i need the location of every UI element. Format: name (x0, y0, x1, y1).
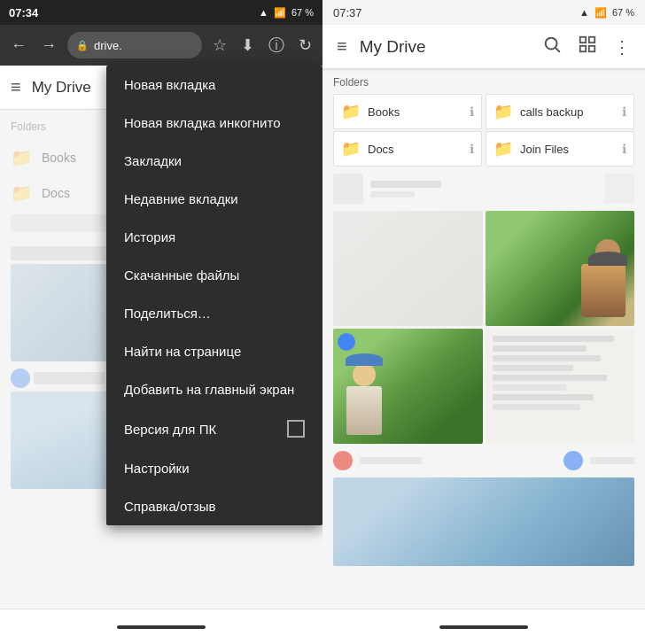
folder-name-joinfiles: Join Files (520, 143, 615, 156)
time-left: 07:34 (9, 6, 38, 19)
url-bar[interactable]: 🔒 drive. (67, 32, 202, 58)
svg-rect-4 (580, 46, 586, 51)
svg-rect-3 (589, 37, 594, 43)
status-icons-left: ▲ 📶 67 % (259, 7, 314, 19)
desktop-checkbox[interactable] (287, 420, 305, 438)
file-row-blurred (322, 170, 645, 207)
menu-item-new-tab[interactable]: Новая вкладка (106, 66, 322, 104)
folders-grid: 📁 Books ℹ 📁 calls backup ℹ 📁 Docs ℹ (333, 94, 634, 167)
folder-icon-books: 📁 (11, 147, 33, 168)
more-icon-right[interactable]: ⋮ (610, 33, 634, 61)
wifi-icon-right: 📶 (594, 7, 607, 19)
last-photo-area (322, 474, 645, 570)
folder-row-1: 📁 Books ℹ 📁 calls backup ℹ (333, 94, 634, 129)
search-icon-right[interactable] (539, 31, 565, 62)
bottom-bar-right (322, 609, 645, 644)
menu-item-bookmarks[interactable]: Закладки (106, 142, 322, 180)
menu-item-add-home[interactable]: Добавить на главный экран (106, 370, 322, 408)
folder-icon-calls: 📁 (493, 102, 513, 121)
folder-icon-docs: 📁 (11, 182, 33, 204)
battery-right: 67 % (612, 7, 634, 18)
folder-icon-joinfiles: 📁 (493, 139, 513, 159)
signal-icon-right: ▲ (579, 7, 589, 18)
photo-top-left (333, 211, 483, 326)
folder-name-calls: calls backup (520, 105, 615, 119)
svg-line-1 (556, 48, 559, 51)
folder-info-docs[interactable]: ℹ (470, 142, 474, 156)
folder-row-2: 📁 Docs ℹ 📁 Join Files ℹ (333, 131, 634, 167)
menu-item-recent-tabs[interactable]: Недавние вкладки (106, 180, 322, 218)
time-right: 07:37 (333, 6, 362, 19)
folder-name-docs: Docs (42, 186, 70, 200)
drive-title-right: My Drive (360, 37, 530, 57)
star-button[interactable]: ☆ (209, 34, 230, 57)
signal-icon-left: ▲ (259, 7, 268, 18)
home-indicator-left (117, 625, 206, 629)
menu-item-find[interactable]: Найти на странице (106, 332, 322, 370)
download-button[interactable]: ⬇ (237, 34, 258, 57)
hamburger-icon-right[interactable]: ≡ (333, 33, 351, 60)
right-panel: 07:37 ▲ 📶 67 % ≡ My Drive ⋮ Folders (322, 0, 645, 644)
status-bar-right: 07:37 ▲ 📶 67 % (322, 0, 645, 25)
folder-name-docs-right: Docs (368, 143, 462, 156)
folder-icon-docs-right: 📁 (341, 139, 361, 159)
drive-content-right: Folders 📁 Books ℹ 📁 calls backup ℹ (322, 69, 645, 609)
forward-button[interactable]: → (37, 34, 60, 57)
menu-item-help[interactable]: Справка/отзыв (106, 487, 322, 525)
home-indicator-right (439, 625, 528, 629)
folder-name-books: Books (42, 151, 76, 165)
folder-info-books[interactable]: ℹ (470, 105, 474, 119)
folder-name-books-right: Books (368, 105, 462, 119)
folders-heading-right: Folders (333, 76, 634, 89)
wifi-icon-left: 📶 (274, 7, 286, 19)
hamburger-icon-left[interactable]: ≡ (11, 77, 21, 97)
status-bar-left: 07:34 ▲ 📶 67 % (0, 0, 322, 25)
folder-info-calls[interactable]: ℹ (622, 105, 626, 119)
menu-item-settings[interactable]: Настройки (106, 449, 322, 487)
lock-icon: 🔒 (76, 40, 89, 51)
info-button[interactable]: ⓘ (265, 34, 288, 57)
folder-card-calls[interactable]: 📁 calls backup ℹ (486, 94, 634, 129)
menu-item-share[interactable]: Поделиться… (106, 294, 322, 332)
menu-item-downloads[interactable]: Скачанные файлы (106, 256, 322, 294)
status-row-right (322, 447, 645, 474)
url-text: drive. (94, 39, 122, 52)
folders-section-right: Folders 📁 Books ℹ 📁 calls backup ℹ (322, 69, 645, 170)
folder-card-joinfiles[interactable]: 📁 Join Files ℹ (486, 131, 634, 167)
folder-card-books[interactable]: 📁 Books ℹ (333, 94, 482, 129)
menu-item-history[interactable]: История (106, 218, 322, 256)
menu-item-desktop[interactable]: Версия для ПК (106, 408, 322, 449)
refresh-button[interactable]: ↻ (295, 34, 315, 57)
svg-rect-5 (589, 46, 594, 51)
battery-left: 67 % (291, 7, 314, 18)
status-icons-right: ▲ 📶 67 % (579, 7, 634, 19)
photo-top-right (486, 211, 635, 326)
svg-rect-2 (580, 37, 586, 43)
context-menu: Новая вкладка Новая вкладка инкогнито За… (106, 66, 322, 525)
folder-info-joinfiles[interactable]: ℹ (622, 142, 626, 156)
menu-item-incognito[interactable]: Новая вкладка инкогнито (106, 104, 322, 142)
bottom-bar-left (0, 609, 322, 644)
photo-grid-right (322, 207, 645, 447)
folder-icon-books-right: 📁 (341, 102, 361, 121)
browser-bar: ← → 🔒 drive. ☆ ⬇ ⓘ ↻ (0, 25, 322, 66)
photo-bottom-right (486, 329, 635, 444)
grid-icon-right[interactable] (574, 31, 601, 62)
drive-title-left: My Drive (32, 79, 91, 97)
photo-bottom-left (333, 329, 483, 444)
left-panel: 07:34 ▲ 📶 67 % ← → 🔒 drive. ☆ ⬇ ⓘ ↻ ≡ My… (0, 0, 322, 644)
back-button[interactable]: ← (7, 34, 30, 57)
drive-header-right: ≡ My Drive ⋮ (322, 25, 645, 69)
folder-card-docs[interactable]: 📁 Docs ℹ (333, 131, 482, 167)
